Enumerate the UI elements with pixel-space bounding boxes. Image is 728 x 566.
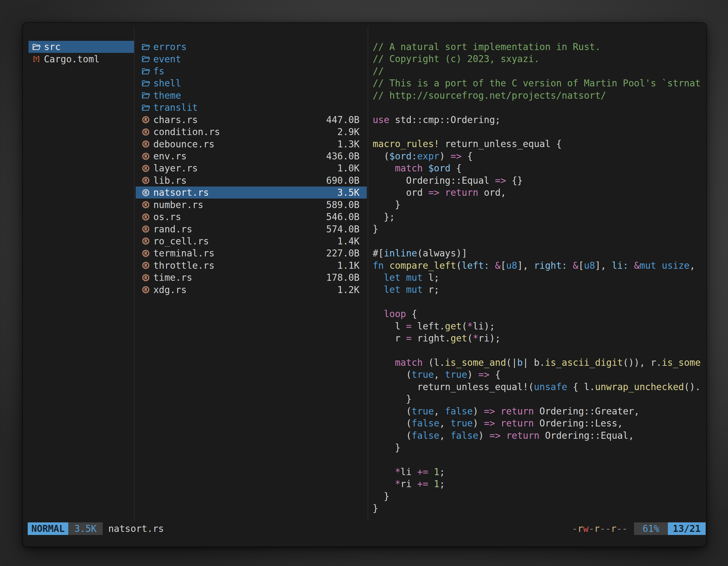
file-name: ro_cell.rs — [153, 236, 334, 247]
file-row-chars.rs[interactable]: Rchars.rs447.0B — [136, 114, 367, 126]
file-row-natsort.rs[interactable]: Rnatsort.rs3.5K — [136, 187, 367, 199]
rust-file-icon: R — [142, 225, 150, 233]
svg-text:R: R — [144, 202, 147, 208]
svg-text:R: R — [144, 227, 147, 232]
file-row-layer.rs[interactable]: Rlayer.rs1.0K — [136, 162, 367, 174]
code-line — [373, 454, 703, 466]
file-size: 436.0B — [326, 151, 360, 162]
current-pane: errorseventfsshellthemetranslitRchars.rs… — [136, 41, 367, 296]
file-row-time.rs[interactable]: Rtime.rs178.0B — [136, 272, 367, 283]
file-row-fs[interactable]: fs — [136, 65, 367, 77]
file-row-os.rs[interactable]: Ros.rs546.0B — [136, 211, 367, 223]
rust-file-icon: R — [142, 189, 150, 197]
scroll-percent-chip: 61% — [634, 522, 668, 535]
file-name: errors — [153, 41, 360, 52]
file-name: theme — [153, 90, 360, 101]
mode-indicator: NORMAL — [28, 522, 68, 535]
svg-text:R: R — [144, 263, 147, 268]
rust-file-icon: R — [142, 261, 150, 270]
code-line: // — [373, 65, 703, 77]
code-line: (false, true) => return Ordering::Less, — [373, 417, 703, 429]
file-name: debounce.rs — [153, 139, 334, 150]
code-line — [373, 344, 703, 356]
file-size: 1.3K — [337, 139, 360, 150]
file-size: 178.0B — [326, 272, 360, 283]
code-line: } — [373, 441, 703, 454]
file-name: Cargo.toml — [44, 54, 130, 65]
status-filename: natsort.rs — [108, 522, 164, 535]
preview-pane: // A natural sort implementation in Rust… — [373, 41, 703, 514]
rust-file-icon: R — [142, 128, 150, 136]
cursor-position-chip: 13/21 — [668, 522, 706, 535]
file-row-errors[interactable]: errors — [136, 41, 367, 53]
svg-text:R: R — [144, 239, 147, 244]
file-name: shell — [153, 78, 360, 89]
file-name: lib.rs — [153, 175, 323, 186]
toml-file-icon — [32, 55, 41, 63]
pane-divider — [368, 27, 368, 522]
file-row-theme[interactable]: theme — [136, 90, 367, 102]
file-row-event[interactable]: event — [136, 53, 367, 65]
code-line: macro_rules! return_unless_equal { — [373, 138, 703, 150]
file-size-chip: 3.5K — [68, 522, 103, 535]
code-line: loop { — [373, 308, 703, 320]
code-line: (true, true) => { — [373, 368, 703, 380]
code-line: Ordering::Equal => {} — [373, 175, 703, 187]
code-line: // Copyright (c) 2023, sxyazi. — [373, 53, 703, 65]
rust-file-icon: R — [142, 140, 150, 148]
code-line: // http://sourcefrog.net/projects/natsor… — [373, 90, 703, 102]
file-size: 1.4K — [337, 236, 360, 247]
code-line: } — [373, 393, 703, 405]
file-row-condition.rs[interactable]: Rcondition.rs2.9K — [136, 126, 367, 138]
rust-file-icon: R — [142, 274, 150, 282]
code-line: *ri += 1; — [373, 478, 703, 490]
file-name: rand.rs — [153, 224, 323, 235]
file-row-ro_cell.rs[interactable]: Rro_cell.rs1.4K — [136, 235, 367, 247]
file-row-terminal.rs[interactable]: Rterminal.rs227.0B — [136, 247, 367, 259]
code-line: (false, false) => return Ordering::Equal… — [373, 429, 703, 441]
file-row-env.rs[interactable]: Renv.rs436.0B — [136, 150, 367, 162]
folder-open-icon — [142, 55, 150, 63]
file-row-shell[interactable]: shell — [136, 77, 367, 89]
rust-file-icon: R — [142, 201, 150, 209]
pane-divider — [134, 27, 135, 522]
file-size: 3.5K — [337, 187, 360, 198]
code-line: }; — [373, 211, 703, 223]
code-line: } — [373, 223, 703, 235]
file-size: 1.2K — [337, 284, 360, 295]
file-size: 589.0B — [326, 200, 360, 210]
file-row-throttle.rs[interactable]: Rthrottle.rs1.1K — [136, 260, 367, 272]
code-line: ord => return ord, — [373, 187, 703, 199]
svg-text:R: R — [144, 178, 147, 183]
file-row-xdg.rs[interactable]: Rxdg.rs1.2K — [136, 283, 367, 295]
rust-file-icon: R — [142, 237, 150, 245]
code-line: #[inline(always)] — [373, 247, 703, 259]
svg-text:R: R — [144, 275, 147, 280]
rust-file-icon: R — [142, 249, 150, 258]
rust-file-icon: R — [142, 164, 150, 173]
svg-text:R: R — [144, 214, 147, 220]
file-name: env.rs — [153, 151, 323, 162]
file-size: 1.1K — [337, 260, 360, 271]
file-name: throttle.rs — [153, 260, 334, 271]
file-name: time.rs — [153, 272, 323, 283]
file-permissions: -rw-r--r-- — [572, 522, 628, 535]
code-line: ($ord:expr) => { — [373, 150, 703, 162]
terminal-window: srcCargo.toml errorseventfsshellthemetra… — [22, 22, 707, 547]
file-row-src[interactable]: src — [29, 41, 134, 53]
file-row-Cargo.toml[interactable]: Cargo.toml — [29, 53, 134, 65]
file-name: event — [153, 54, 360, 65]
file-row-translit[interactable]: translit — [136, 102, 367, 114]
svg-text:R: R — [144, 287, 147, 292]
code-line: use std::cmp::Ordering; — [373, 114, 703, 126]
file-row-lib.rs[interactable]: Rlib.rs690.0B — [136, 175, 367, 187]
code-line: *li += 1; — [373, 466, 703, 478]
folder-open-icon — [142, 91, 150, 100]
rust-file-icon: R — [142, 285, 150, 294]
file-row-rand.rs[interactable]: Rrand.rs574.0B — [136, 223, 367, 235]
file-row-number.rs[interactable]: Rnumber.rs589.0B — [136, 199, 367, 211]
file-row-debounce.rs[interactable]: Rdebounce.rs1.3K — [136, 138, 367, 150]
code-line: l = left.get(*li); — [373, 320, 703, 332]
code-line — [373, 235, 703, 247]
code-line — [373, 126, 703, 138]
